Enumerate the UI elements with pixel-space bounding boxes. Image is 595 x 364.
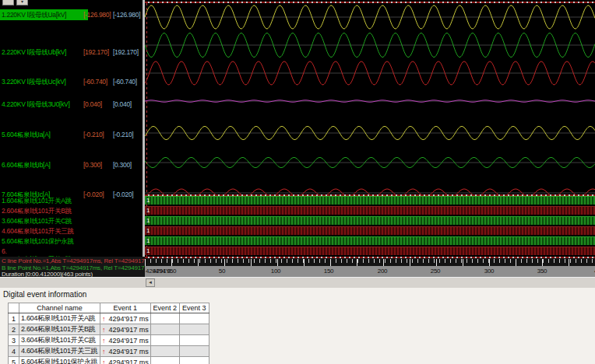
channel-value-secondary: [-60.740] <box>113 78 137 86</box>
digital-channel-label: 3.604柘泉Ⅰ线101开关C跳 <box>2 217 72 226</box>
time-ruler-labels: 4294'914294'9500501001502002503003504 <box>145 266 595 277</box>
channel-label: 5.604柘泉Ⅰ线Ia[A] <box>2 131 51 140</box>
event2-cell <box>150 357 179 364</box>
analog-channel-row[interactable]: 5.604柘泉Ⅰ线Ia[A][-0.210][-0.210] <box>0 129 143 140</box>
digital-state-bar: 1 <box>145 216 595 225</box>
trip-rising-arrow-icon: ↑ <box>102 337 106 345</box>
time-ruler-label: 350 <box>537 268 547 275</box>
digital-state-marker: 1 <box>146 217 150 225</box>
event-table-row[interactable]: 33.604柘泉Ⅰ线101开关C跳↑4294'917 ms <box>9 335 209 346</box>
digital-state-bar: 1 <box>145 226 595 235</box>
analog-channel-row[interactable]: 1.220KV Ⅰ段母线Ua[kV][-126.980][-126.980] <box>0 9 143 20</box>
event3-cell <box>179 335 209 346</box>
digital-state-bar: 1 <box>145 196 595 205</box>
channel-name-cell: 4.604柘泉Ⅰ线101开关三跳 <box>19 346 100 357</box>
horizontal-scrollbar-track[interactable] <box>0 277 595 288</box>
event-table-row[interactable]: 22.604柘泉Ⅰ线101开关B跳↑4294'917 ms <box>9 324 209 335</box>
digital-channel-row[interactable]: 3.604柘泉Ⅰ线101开关C跳 <box>0 216 143 226</box>
trip-rising-arrow-icon: ↑ <box>102 348 106 355</box>
channel-label-panel: 1.220KV Ⅰ段母线Ua[kV][-126.980][-126.980]2.… <box>0 6 143 257</box>
event1-cell: ↑4294'917 ms <box>100 335 151 346</box>
time-ruler-label: 150 <box>324 268 333 275</box>
top-marker-line <box>145 2 595 3</box>
event1-cell: ↑4294'917 ms <box>100 324 151 335</box>
time-ruler-label: 250 <box>431 268 440 275</box>
event-time: 4294'917 ms <box>109 337 149 345</box>
digital-channel-label: 4.604柘泉Ⅰ线101开关三跳 <box>2 227 74 236</box>
event2-cell <box>150 346 179 357</box>
trip-rising-arrow-icon: ↑ <box>102 315 106 323</box>
time-ruler-tick-strip <box>145 257 595 266</box>
digital-state-marker: 1 <box>146 207 150 215</box>
duration-status: Duration [0:00.412000](463 points) <box>2 271 93 277</box>
digital-state-marker: 1 <box>146 247 150 255</box>
event1-cell: ↑4294'917 ms <box>100 346 151 357</box>
event-time: 4294'917 ms <box>109 326 149 334</box>
time-ruler-label: 100 <box>271 268 280 275</box>
digital-channel-row[interactable]: 4.604柘泉Ⅰ线101开关三跳 <box>0 226 143 236</box>
event-time: 4294'917 ms <box>109 348 149 355</box>
event-time: 4294'917 ms <box>109 359 149 364</box>
digital-channel-row[interactable]: 1.604柘泉Ⅰ线101开关A跳 <box>0 196 143 205</box>
event3-cell <box>179 324 209 335</box>
digital-state-bar: 1 <box>145 206 595 215</box>
analog-channel-row[interactable]: 2.220KV Ⅰ段母线Ub[kV][192.170][192.170] <box>0 47 143 58</box>
toolbar-button-2 dropdown-arrow-icon[interactable]: ▾ <box>16 0 28 5</box>
digital-event-section: Digital event information Channel nameEv… <box>0 288 595 364</box>
channel-value-secondary: [-0.210] <box>113 131 133 138</box>
channel-value-primary: [192.170] <box>83 48 109 56</box>
digital-state-marker: 1 <box>146 197 150 205</box>
event2-cell <box>150 313 179 324</box>
event1-cell: ↑4294'917 ms <box>100 357 151 364</box>
channel-value-secondary: [0.300] <box>113 161 132 169</box>
channel-label: 3.220KV Ⅰ段母线Uc[kV] <box>2 78 66 87</box>
event3-cell <box>179 313 209 324</box>
analog-channel-row[interactable]: 6.604柘泉Ⅰ线Ib[A][0.300][0.300] <box>0 159 143 170</box>
app-window: ▾ 1.220KV Ⅰ段母线Ua[kV][-126.980][-126.980]… <box>0 0 595 364</box>
digital-channel-row[interactable]: 5.604柘泉Ⅰ线101保护永跳 <box>0 236 143 246</box>
toolbar-button-1[interactable] <box>2 0 14 5</box>
waveform-panel[interactable]: 111111 <box>145 0 595 257</box>
channel-value-primary: [0.300] <box>83 161 102 169</box>
event-table: Channel nameEvent 1Event 2Event 3 11.604… <box>8 303 209 364</box>
digital-state-marker: 1 <box>146 237 150 245</box>
event-table-row[interactable]: 55.604柘泉Ⅰ线101保护永跳↑4294'917 ms <box>9 357 209 364</box>
digital-channel-label: 5.604柘泉Ⅰ线101保护永跳 <box>2 237 74 246</box>
digital-state-marker: 1 <box>146 227 150 235</box>
row-number-cell: 3 <box>9 335 19 346</box>
channel-name-cell: 5.604柘泉Ⅰ线101保护永跳 <box>19 357 100 364</box>
channel-value-primary: [-60.740] <box>83 78 107 86</box>
event2-cell <box>150 335 179 346</box>
channel-value-secondary: [192.170] <box>113 48 139 56</box>
scroll-left-button[interactable]: ◄ <box>146 278 155 287</box>
time-ruler-label: 4294'950 <box>153 268 176 275</box>
event-table-row[interactable]: 11.604柘泉Ⅰ线101开关A跳↑4294'917 ms <box>9 313 209 324</box>
event3-cell <box>179 357 209 364</box>
event1-cell: ↑4294'917 ms <box>100 313 151 324</box>
event-time: 4294'917 ms <box>109 315 149 323</box>
cursor-status-panel: C line Point No.=1,Abs T=4294917ms, Rel … <box>0 257 145 277</box>
time-ruler-label: 50 <box>219 268 225 275</box>
channel-value-secondary: [0.040] <box>113 100 132 108</box>
event-table-header-cell: Event 3 <box>179 303 209 313</box>
channel-value-primary: [-0.210] <box>83 131 104 138</box>
time-ruler-label: 300 <box>484 268 494 275</box>
channel-value-secondary: [-126.980] <box>113 11 140 19</box>
row-number-cell: 4 <box>9 346 19 357</box>
event-table-header-cell: Event 2 <box>150 303 179 313</box>
analog-channel-row[interactable]: 3.220KV Ⅰ段母线Uc[kV][-60.740][-60.740] <box>0 76 143 87</box>
event2-cell <box>150 324 179 335</box>
event-table-row[interactable]: 44.604柘泉Ⅰ线101开关三跳↑4294'917 ms <box>9 346 209 357</box>
event-section-title: Digital event information <box>3 290 86 299</box>
event3-cell <box>179 346 209 357</box>
trip-rising-arrow-icon: ↑ <box>102 326 106 334</box>
digital-channel-row[interactable]: 2.604柘泉Ⅰ线101开关B跳 <box>0 206 143 215</box>
channel-name-cell: 1.604柘泉Ⅰ线101开关A跳 <box>19 313 100 324</box>
digital-state-bar: 1 <box>145 247 595 255</box>
digital-state-bar: 1 <box>145 236 595 245</box>
channel-value-primary: [0.040] <box>83 100 102 108</box>
channel-label: 1.220KV Ⅰ段母线Ua[kV] <box>2 11 66 20</box>
row-number-cell: 5 <box>9 357 19 364</box>
trip-rising-arrow-icon: ↑ <box>102 359 106 364</box>
analog-channel-row[interactable]: 4.220KV Ⅰ段母线3U0[kV][0.040][0.040] <box>0 99 143 110</box>
